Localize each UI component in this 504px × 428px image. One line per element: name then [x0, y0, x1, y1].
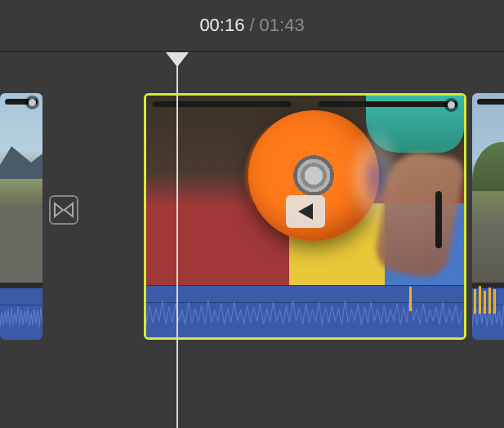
reverse-play-icon — [297, 202, 314, 221]
clip-trim-bar-left[interactable] — [153, 101, 292, 107]
audio-peak-marker — [484, 291, 486, 314]
timeline[interactable] — [0, 52, 504, 428]
audio-track[interactable] — [146, 285, 464, 337]
time-separator: / — [249, 15, 254, 36]
audio-track[interactable] — [472, 288, 504, 340]
clip-edge-handle[interactable] — [435, 191, 442, 248]
clip-previous[interactable] — [0, 93, 42, 340]
clip-selected[interactable] — [144, 93, 466, 340]
audio-peak-marker — [488, 288, 491, 314]
audio-peak-marker — [479, 286, 481, 314]
clip-thumbnail — [146, 96, 464, 285]
svg-marker-1 — [298, 203, 313, 220]
clip-trim-bar-right[interactable] — [319, 101, 457, 107]
clip-next[interactable] — [472, 93, 504, 340]
playhead-line[interactable] — [176, 52, 178, 428]
clip-thumbnail — [0, 93, 42, 283]
timecode-display: 00:16 / 01:43 — [0, 0, 504, 51]
clip-trim-bar[interactable] — [477, 99, 504, 105]
transition-button[interactable] — [49, 195, 78, 225]
transition-crossfade-icon — [54, 202, 74, 218]
audio-track[interactable] — [0, 288, 42, 340]
svg-marker-2 — [55, 203, 63, 216]
svg-marker-0 — [166, 52, 189, 67]
audio-peak-marker — [493, 289, 496, 314]
keyframe-marker[interactable] — [444, 98, 458, 112]
reverse-playback-badge[interactable] — [286, 195, 325, 228]
current-time: 00:16 — [199, 15, 244, 36]
audio-peak-marker — [409, 287, 412, 311]
keyframe-marker[interactable] — [25, 96, 39, 109]
audio-peak-marker — [474, 289, 476, 314]
clip-thumbnail — [472, 93, 504, 283]
total-duration: 01:43 — [260, 15, 305, 36]
playhead-handle[interactable] — [166, 52, 189, 72]
svg-marker-3 — [65, 203, 73, 216]
